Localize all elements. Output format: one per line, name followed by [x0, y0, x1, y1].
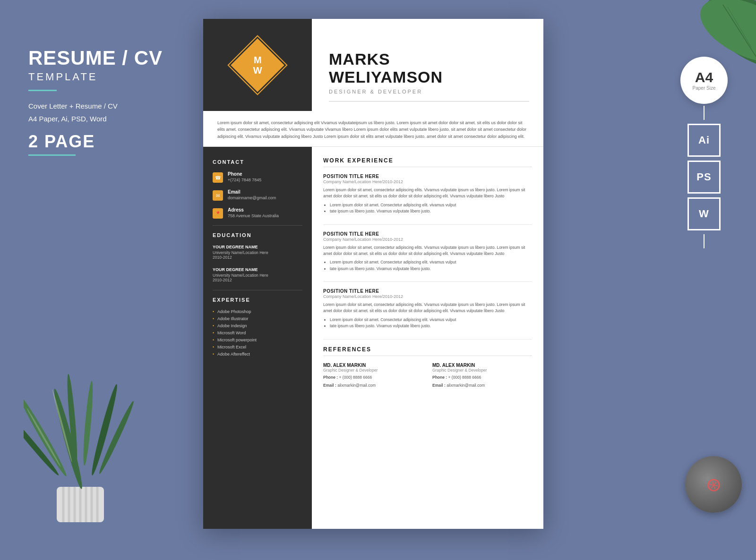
address-icon: 📍: [213, 208, 223, 219]
work-company-2: Company Name/Location Here/2010-2012: [323, 237, 532, 242]
work-company-1: Company Name/Location Here/2010-2012: [323, 179, 532, 184]
work-bullet-1-2: tate ipsum us libero justo. Vivamus vulp…: [330, 208, 532, 215]
ref-1-phone: Phone : + (000) 8888 6666: [323, 374, 423, 381]
skill-5: Microsoft powerpoint: [213, 338, 302, 342]
logo-inner: M W: [253, 54, 262, 75]
work-bullet-2-1: Lorem ipsum dolor sit amet. Consectetur …: [330, 259, 532, 266]
logo-m: M: [253, 54, 262, 65]
person-job-title: DESIGNER & DEVELOPER: [329, 89, 529, 94]
ref-2-role: Graphic Designer & Developer: [432, 368, 532, 373]
svg-point-12: [82, 381, 95, 466]
skill-3: Adobe Indesign: [213, 323, 302, 328]
page-subtitle: TEMPLATE: [28, 71, 198, 83]
a4-label: A4: [695, 69, 713, 85]
work-experience-section: WORK EXPERIENCE POSITION TITLE HERE Comp…: [323, 157, 532, 339]
work-item-2: POSITION TITLE HERE Company Name/Locatio…: [323, 231, 532, 272]
skill-2: Adobe Illustrator: [213, 316, 302, 321]
references-section: REFERENCES MD. ALEX MARKIN Graphic Desig…: [323, 346, 532, 389]
ref-2-email: Email : alixmarkin@mail.com: [432, 382, 532, 389]
phone-icon: ☎: [213, 172, 223, 183]
education-section: EDUCATION YOUR DEGREE NAME University Na…: [213, 232, 302, 290]
a4-badge: A4 Paper Size: [680, 57, 728, 104]
contact-divider: [213, 225, 302, 226]
skill-7: Adobe Aftereffect: [213, 352, 302, 356]
format-badge-ps: PS: [687, 161, 721, 194]
contact-title: CONTACT: [213, 159, 302, 165]
ref-2-phone: Phone : + (000) 8888 6666: [432, 374, 532, 381]
clips-bowl: ⊛: [685, 456, 742, 513]
contact-address: 📍 Adress 758 Avenue State Australia: [213, 207, 302, 219]
work-bullet-1-1: Lorem ipsum dolor sit amet. Consectetur …: [330, 202, 532, 209]
page-underline: [28, 154, 76, 156]
svg-point-9: [24, 393, 69, 478]
edu-school-2: University Name/Location Here: [213, 273, 302, 278]
ref-1-email: Email : alixmarkin@mail.com: [323, 382, 423, 389]
edu-school-1: University Name/Location Here: [213, 250, 302, 255]
divider-line-1: [704, 106, 704, 120]
body-right-column: WORK EXPERIENCE POSITION TITLE HERE Comp…: [312, 147, 543, 529]
svg-point-13: [24, 412, 61, 477]
phone-value: +(724) 7848 7845: [228, 178, 261, 182]
logo-diamond: M W: [231, 38, 284, 92]
address-label: Adress: [228, 207, 279, 212]
reference-1: MD. ALEX MARKIN Graphic Designer & Devel…: [323, 363, 423, 389]
work-company-3: Company Name/Location Here/2010-2012: [323, 294, 532, 299]
format-badge-w: W: [687, 197, 721, 230]
work-bullets-2: Lorem ipsum dolor sit amet. Consectetur …: [323, 259, 532, 272]
intro-text: Lorem ipsum dolor sit amet, consectetur …: [217, 119, 529, 140]
reference-2: MD. ALEX MARKIN Graphic Designer & Devel…: [432, 363, 532, 389]
header-logo-area: M W: [203, 19, 312, 111]
clips-decoration: ⊛: [702, 472, 725, 498]
work-item-3: POSITION TITLE HERE Company Name/Locatio…: [323, 288, 532, 330]
resume-body: CONTACT ☎ Phone +(724) 7848 7845 ✉ Email…: [203, 147, 543, 529]
address-value: 758 Avenue State Australia: [228, 213, 279, 218]
work-bullet-3-2: tate ipsum us libero justo. Vivamus vulp…: [330, 323, 532, 330]
plant-decoration: [24, 352, 137, 532]
work-divider-1: [323, 224, 532, 225]
body-left-column: CONTACT ☎ Phone +(724) 7848 7845 ✉ Email…: [203, 147, 312, 529]
work-bullets-1: Lorem ipsum dolor sit amet. Consectetur …: [323, 202, 532, 215]
format-ps-label: PS: [696, 171, 711, 183]
work-position-1: POSITION TITLE HERE: [323, 174, 532, 179]
name-underline: [329, 101, 529, 102]
education-divider: [213, 290, 302, 290]
work-bullet-2-2: tate ipsum us libero justo. Vivamus vulp…: [330, 266, 532, 272]
logo-w: W: [253, 65, 262, 75]
work-position-2: POSITION TITLE HERE: [323, 231, 532, 237]
edu-year-1: 2010-2012: [213, 255, 302, 260]
contact-phone: ☎ Phone +(724) 7848 7845: [213, 171, 302, 183]
email-icon: ✉: [213, 190, 223, 201]
skill-4: Microsoft Word: [213, 331, 302, 335]
resume-intro: Lorem ipsum dolor sit amet, consectetur …: [203, 111, 543, 147]
work-bullet-3-1: Lorem ipsum dolor sit amet. Consectetur …: [330, 317, 532, 323]
references-title: REFERENCES: [323, 346, 532, 356]
right-panel: A4 Paper Size Ai PS W: [680, 57, 728, 250]
page-count: 2 PAGE: [28, 132, 198, 152]
person-name: MARKSWELIYAMSON: [329, 51, 529, 86]
feature-list: Cover Letter + Resume / CV A4 Paper, Ai,…: [28, 100, 198, 125]
page-title: RESUME / CV: [28, 47, 198, 69]
header-name-area: MARKSWELIYAMSON DESIGNER & DEVELOPER: [312, 19, 543, 111]
education-title: EDUCATION: [213, 232, 302, 238]
ref-1-name: MD. ALEX MARKIN: [323, 363, 423, 368]
resume-document: M W MARKSWELIYAMSON DESIGNER & DEVELOPER…: [203, 19, 543, 529]
format-w-label: W: [699, 208, 709, 220]
skill-6: Microsoft Excel: [213, 345, 302, 349]
edu-item-2: YOUR DEGREE NAME University Name/Locatio…: [213, 267, 302, 282]
work-divider-2: [323, 281, 532, 282]
expertise-section: EXPERTISE Adobe Photoshop Adobe Illustra…: [213, 297, 302, 356]
contact-section: CONTACT ☎ Phone +(724) 7848 7845 ✉ Email…: [213, 159, 302, 226]
edu-item-1: YOUR DEGREE NAME University Name/Locatio…: [213, 245, 302, 260]
ref-1-role: Graphic Designer & Developer: [323, 368, 423, 373]
format-ai-label: Ai: [698, 134, 710, 146]
phone-label: Phone: [228, 171, 261, 177]
format-badge-ai: Ai: [687, 124, 721, 157]
email-value: domainname@gmail.com: [228, 195, 276, 200]
a4-sublabel: Paper Size: [693, 85, 716, 91]
work-experience-title: WORK EXPERIENCE: [323, 157, 532, 167]
title-underline: [28, 90, 57, 91]
edu-degree-2: YOUR DEGREE NAME: [213, 267, 302, 272]
work-position-3: POSITION TITLE HERE: [323, 288, 532, 294]
work-item-1: POSITION TITLE HERE Company Name/Locatio…: [323, 174, 532, 215]
contact-email: ✉ Email domainname@gmail.com: [213, 189, 302, 201]
